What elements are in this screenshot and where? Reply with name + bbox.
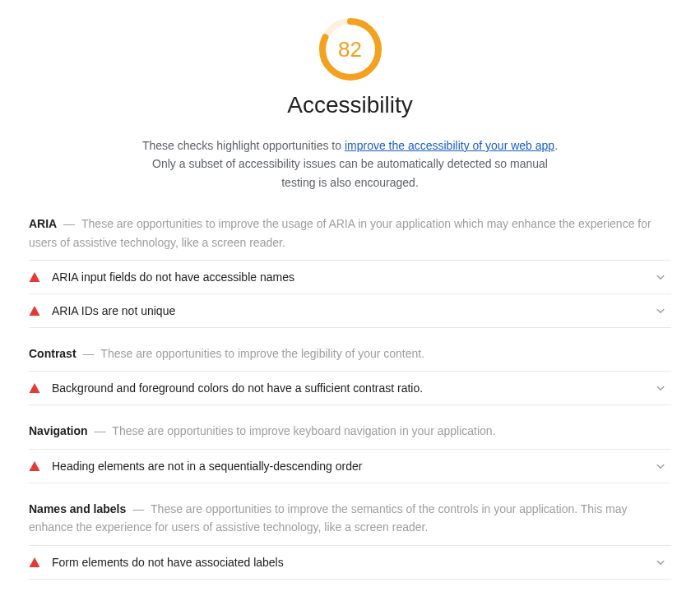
chevron-down-icon [653, 303, 668, 318]
chevron-down-icon [653, 381, 668, 395]
audit-row-aria-ids[interactable]: ARIA IDs are not unique [29, 293, 671, 328]
chevron-down-icon [656, 608, 671, 610]
svg-marker-6 [30, 557, 40, 567]
group-header-aria: ARIA — These are opportunities to improv… [29, 215, 671, 252]
audit-text: ARIA input fields do not have accessible… [52, 270, 653, 284]
fail-triangle-icon [29, 305, 40, 317]
audit-row-heading-order[interactable]: Heading elements are not in a sequential… [29, 449, 671, 483]
svg-marker-4 [30, 383, 40, 393]
svg-marker-3 [30, 306, 40, 316]
group-names-labels: Names and labels — These are opportuniti… [29, 500, 671, 580]
fail-triangle-icon [29, 382, 40, 394]
audit-text: Heading elements are not in a sequential… [52, 460, 653, 473]
audit-row-contrast[interactable]: Background and foreground colors do not … [29, 371, 671, 405]
section-description: These checks highlight opportunities to … [137, 136, 564, 192]
chevron-down-icon [653, 459, 668, 474]
group-title: Navigation [29, 424, 88, 437]
svg-marker-5 [30, 461, 40, 471]
group-title: Names and labels [29, 502, 126, 515]
improve-accessibility-link[interactable]: improve the accessibility of your web ap… [345, 139, 554, 152]
desc-pre-text: These checks highlight opportunities to [142, 139, 345, 152]
manual-check-header: Additional items to manually check (10) … [29, 606, 648, 610]
score-value: 82 [318, 16, 383, 82]
fail-triangle-icon [29, 271, 40, 283]
manual-check-row[interactable]: Additional items to manually check (10) … [29, 589, 671, 610]
chevron-down-icon [653, 270, 668, 284]
audit-row-form-labels[interactable]: Form elements do not have associated lab… [29, 545, 671, 580]
svg-marker-2 [30, 272, 40, 282]
audit-text: Background and foreground colors do not … [52, 381, 653, 395]
group-desc: These are opportunities to improve the l… [100, 347, 424, 360]
group-title: ARIA [29, 217, 57, 230]
fail-triangle-icon [29, 460, 40, 472]
group-navigation: Navigation — These are opportunities to … [29, 422, 671, 483]
audit-row-aria-input[interactable]: ARIA input fields do not have accessible… [29, 260, 671, 293]
group-desc: These are opportunities to improve keybo… [112, 424, 495, 437]
group-contrast: Contrast — These are opportunities to im… [29, 344, 671, 405]
chevron-down-icon [653, 555, 668, 570]
group-title: Contrast [29, 347, 76, 360]
group-header-navigation: Navigation — These are opportunities to … [29, 422, 671, 440]
group-aria: ARIA — These are opportunities to improv… [29, 215, 671, 328]
audit-text: ARIA IDs are not unique [52, 304, 653, 317]
section-title: Accessibility [287, 92, 412, 118]
fail-triangle-icon [29, 557, 40, 568]
group-header-names-labels: Names and labels — These are opportuniti… [29, 500, 671, 537]
group-header-contrast: Contrast — These are opportunities to im… [29, 344, 671, 363]
group-desc: These are opportunities to improve the u… [29, 217, 651, 248]
gauge-circle: 82 [318, 16, 383, 82]
accessibility-score-gauge: 82 Accessibility [29, 16, 671, 128]
audit-text: Form elements do not have associated lab… [52, 556, 653, 569]
